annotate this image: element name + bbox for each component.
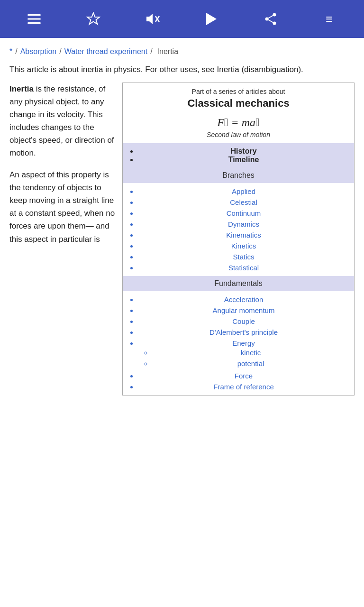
infobox-title: Classical mechanics	[123, 96, 354, 113]
breadcrumb-sep-1: /	[15, 47, 17, 56]
article-layout: Inertia is the resistance, of any physic…	[9, 83, 355, 395]
infobox-branches-list: Applied Celestial Continuum Dynamics Kin…	[123, 183, 354, 276]
svg-line-11	[267, 15, 274, 19]
breadcrumb-absorption[interactable]: Absorption	[20, 47, 57, 56]
fundamental-angular-momentum[interactable]: Angular momentum	[138, 305, 349, 316]
svg-rect-2	[27, 22, 41, 24]
branch-kinematics[interactable]: Kinematics	[138, 230, 349, 240]
fundamental-potential[interactable]: potential	[152, 358, 349, 369]
overflow-menu-icon[interactable]: ≡	[318, 8, 341, 30]
breadcrumb-sep-2: /	[59, 47, 61, 56]
infobox-fundamentals-list: Acceleration Angular momentum Couple D'A…	[123, 291, 354, 395]
mute-icon[interactable]	[141, 8, 164, 30]
branch-continuum[interactable]: Continuum	[138, 208, 349, 219]
fundamental-couple[interactable]: Couple	[138, 316, 349, 327]
fundamental-dalembert[interactable]: D'Alembert's principle	[138, 327, 349, 338]
breadcrumb-water-thread[interactable]: Water thread experiment	[64, 47, 147, 56]
infobox-formula-label: Second law of motion	[123, 130, 354, 143]
branch-statics[interactable]: Statics	[138, 251, 349, 262]
top-navigation-bar: ≡	[0, 0, 364, 38]
article-intro: This article is about inertia in physics…	[9, 64, 355, 76]
inertia-bold: Inertia	[9, 84, 34, 93]
infobox-fundamentals-header: Fundamentals	[123, 276, 354, 291]
share-icon[interactable]	[259, 8, 282, 30]
breadcrumb-sep-3: /	[150, 47, 152, 56]
fundamental-frame-of-reference[interactable]: Frame of reference	[138, 381, 349, 392]
branch-dynamics[interactable]: Dynamics	[138, 219, 349, 230]
infobox-history-section: History Timeline	[123, 143, 354, 168]
fundamental-energy[interactable]: Energy kinetic potential	[138, 338, 349, 370]
infobox-classical-mechanics: Part of a series of articles about Class…	[122, 83, 355, 395]
breadcrumb: * / Absorption / Water thread experiment…	[0, 38, 364, 59]
branch-applied[interactable]: Applied	[138, 186, 349, 197]
svg-rect-1	[27, 18, 41, 20]
fundamental-kinetic[interactable]: kinetic	[152, 347, 349, 358]
hamburger-icon[interactable]	[23, 8, 46, 30]
svg-marker-3	[87, 13, 100, 24]
svg-marker-4	[146, 14, 153, 24]
infobox-branches-header: Branches	[123, 168, 354, 183]
fundamental-force[interactable]: Force	[138, 370, 349, 381]
branch-statistical[interactable]: Statistical	[138, 262, 349, 273]
infobox-history-item[interactable]: History	[138, 147, 349, 156]
infobox-series-label: Part of a series of articles about	[123, 83, 354, 96]
fundamental-acceleration[interactable]: Acceleration	[138, 294, 349, 305]
article-para-1: is the resistance, of any physical objec…	[9, 84, 114, 158]
star-icon[interactable]	[82, 8, 105, 30]
infobox-timeline-item[interactable]: Timeline	[138, 156, 349, 164]
svg-rect-0	[27, 14, 41, 16]
breadcrumb-current: Inertia	[157, 47, 178, 56]
branch-celestial[interactable]: Celestial	[138, 197, 349, 208]
article-para-2: An aspect of this property is the tenden…	[9, 168, 116, 246]
play-icon[interactable]	[200, 8, 223, 30]
infobox-formula: F⃗ = ma⃗	[123, 113, 354, 130]
svg-line-12	[267, 19, 274, 23]
article-body-text: Inertia is the resistance, of any physic…	[9, 83, 116, 246]
article-content: This article is about inertia in physics…	[0, 59, 364, 405]
breadcrumb-star[interactable]: *	[9, 47, 12, 56]
svg-marker-7	[206, 13, 217, 25]
branch-kinetics[interactable]: Kinetics	[138, 240, 349, 251]
